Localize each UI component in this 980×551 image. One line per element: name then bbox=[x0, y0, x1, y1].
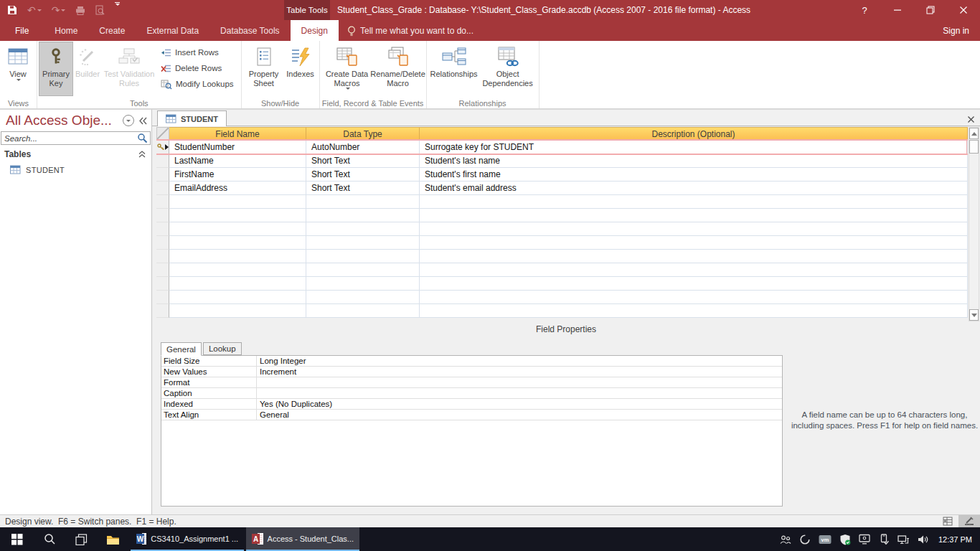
undo-button[interactable]: ↶ bbox=[26, 2, 43, 18]
row-selector[interactable] bbox=[156, 141, 169, 154]
view-button[interactable]: View bbox=[2, 42, 34, 95]
indexes-button[interactable]: Indexes bbox=[284, 42, 317, 95]
network-icon[interactable] bbox=[897, 534, 910, 545]
primary-key-button[interactable]: Primary Key bbox=[39, 42, 72, 95]
row-selector[interactable] bbox=[156, 222, 169, 236]
connect-display-icon[interactable] bbox=[859, 534, 870, 545]
nav-search-box[interactable] bbox=[1, 131, 151, 145]
field-row-firstname[interactable]: FirstName Short Text Student's first nam… bbox=[156, 168, 968, 182]
redo-button[interactable]: ↷ bbox=[50, 2, 67, 18]
description-cell[interactable]: Student's email address bbox=[420, 182, 968, 195]
people-icon[interactable] bbox=[780, 534, 791, 545]
row-selector[interactable] bbox=[156, 154, 169, 168]
tab-database-tools[interactable]: Database Tools bbox=[209, 20, 291, 41]
field-row-lastname[interactable]: LastName Short Text Student's last name bbox=[156, 154, 968, 168]
field-row-emailaddress[interactable]: EmailAddress Short Text Student's email … bbox=[156, 182, 968, 195]
tab-lookup[interactable]: Lookup bbox=[203, 342, 242, 355]
object-dependencies-button[interactable]: Object Dependencies bbox=[479, 42, 537, 95]
creative-cloud-icon[interactable] bbox=[799, 534, 811, 545]
shutter-bar-close-icon[interactable] bbox=[138, 117, 147, 125]
start-button[interactable] bbox=[0, 527, 34, 551]
tell-me-box[interactable]: Tell me what you want to do... bbox=[339, 20, 482, 41]
data-type-cell[interactable]: Short Text bbox=[306, 154, 420, 168]
file-explorer-button[interactable] bbox=[97, 527, 128, 551]
field-row-studentnumber[interactable]: StudentNumber AutoNumber Surrogate key f… bbox=[156, 141, 968, 154]
row-selector[interactable] bbox=[156, 209, 169, 222]
rename-delete-macro-button[interactable]: Rename/Delete Macro bbox=[372, 42, 424, 95]
nav-group-tables[interactable]: Tables bbox=[0, 145, 151, 162]
tab-design[interactable]: Design bbox=[291, 20, 339, 41]
property-row-format[interactable]: Format bbox=[161, 377, 782, 388]
document-tab-student[interactable]: STUDENT bbox=[157, 110, 227, 126]
empty-grid-row[interactable] bbox=[156, 263, 968, 277]
data-type-cell[interactable]: Short Text bbox=[306, 182, 420, 195]
row-selector[interactable] bbox=[156, 182, 169, 195]
restore-button[interactable] bbox=[914, 0, 947, 20]
taskbar-app-access[interactable]: A Access - Student_Clas... bbox=[246, 527, 359, 551]
empty-grid-row[interactable] bbox=[156, 209, 968, 222]
property-row-caption[interactable]: Caption bbox=[161, 388, 782, 399]
property-row-indexed[interactable]: Indexed Yes (No Duplicates) bbox=[161, 399, 782, 410]
tab-external-data[interactable]: External Data bbox=[136, 20, 209, 41]
vm-icon[interactable]: vm bbox=[819, 534, 831, 545]
usb-device-icon[interactable] bbox=[878, 534, 890, 545]
help-button[interactable]: ? bbox=[848, 0, 881, 20]
data-type-cell[interactable]: AutoNumber bbox=[306, 141, 420, 154]
tab-file[interactable]: File bbox=[0, 20, 44, 41]
search-icon[interactable] bbox=[137, 133, 148, 143]
field-name-cell[interactable]: LastName bbox=[169, 154, 306, 168]
scrollbar-thumb[interactable] bbox=[969, 140, 979, 154]
field-name-cell[interactable]: StudentNumber bbox=[169, 141, 306, 154]
datasheet-view-button[interactable] bbox=[937, 515, 958, 528]
description-cell[interactable]: Student's last name bbox=[420, 154, 968, 168]
minimize-button[interactable] bbox=[881, 0, 914, 20]
scroll-down-button[interactable] bbox=[969, 309, 979, 321]
modify-lookups-button[interactable]: Modify Lookups bbox=[156, 76, 239, 92]
row-selector[interactable] bbox=[156, 263, 169, 277]
sign-in-button[interactable]: Sign in bbox=[932, 20, 980, 41]
description-cell[interactable]: Surrogate key for STUDENT bbox=[420, 141, 968, 154]
taskbar-search-button[interactable] bbox=[34, 527, 65, 551]
empty-grid-row[interactable] bbox=[156, 195, 968, 209]
taskbar-app-word[interactable]: W CS3410_Assignment1 ... bbox=[131, 527, 244, 551]
vertical-scrollbar[interactable] bbox=[969, 127, 979, 321]
description-cell[interactable]: Student's first name bbox=[420, 168, 968, 182]
task-view-button[interactable] bbox=[65, 527, 97, 551]
tab-general[interactable]: General bbox=[161, 342, 202, 356]
empty-grid-row[interactable] bbox=[156, 250, 968, 263]
windows-defender-icon[interactable] bbox=[839, 534, 851, 545]
document-close-button[interactable] bbox=[967, 113, 975, 126]
quick-print-button[interactable] bbox=[74, 2, 87, 18]
field-name-cell[interactable]: FirstName bbox=[169, 168, 306, 182]
data-type-cell[interactable]: Short Text bbox=[306, 168, 420, 182]
row-selector[interactable] bbox=[156, 304, 169, 318]
field-name-cell[interactable]: EmailAddress bbox=[169, 182, 306, 195]
save-button[interactable] bbox=[6, 2, 19, 18]
taskbar-clock[interactable]: 12:37 PM bbox=[936, 535, 972, 544]
design-view-button[interactable] bbox=[958, 515, 980, 528]
print-preview-button[interactable] bbox=[94, 2, 106, 18]
row-selector[interactable] bbox=[156, 291, 169, 304]
scroll-up-button[interactable] bbox=[969, 128, 979, 139]
tab-home[interactable]: Home bbox=[44, 20, 88, 41]
tab-create[interactable]: Create bbox=[88, 20, 136, 41]
property-sheet-button[interactable]: Property Sheet bbox=[244, 42, 284, 95]
sidebar-item-student[interactable]: STUDENT bbox=[0, 162, 151, 177]
delete-rows-button[interactable]: Delete Rows bbox=[156, 60, 239, 76]
collapse-group-icon[interactable] bbox=[138, 151, 146, 158]
row-selector[interactable] bbox=[156, 277, 169, 291]
speaker-icon[interactable] bbox=[918, 534, 928, 545]
row-selector[interactable] bbox=[156, 250, 169, 263]
empty-grid-row[interactable] bbox=[156, 222, 968, 236]
row-selector[interactable] bbox=[156, 168, 169, 182]
insert-rows-button[interactable]: Insert Rows bbox=[156, 44, 239, 60]
empty-grid-row[interactable] bbox=[156, 304, 968, 318]
empty-grid-row[interactable] bbox=[156, 277, 968, 291]
qat-customize-button[interactable] bbox=[113, 2, 121, 18]
property-row-text-align[interactable]: Text Align General bbox=[161, 410, 782, 420]
relationships-button[interactable]: Relationships bbox=[429, 42, 479, 95]
property-row-new-values[interactable]: New Values Increment bbox=[161, 367, 782, 377]
empty-grid-row[interactable] bbox=[156, 291, 968, 304]
row-selector[interactable] bbox=[156, 236, 169, 250]
property-row-field-size[interactable]: Field Size Long Integer bbox=[161, 356, 782, 367]
